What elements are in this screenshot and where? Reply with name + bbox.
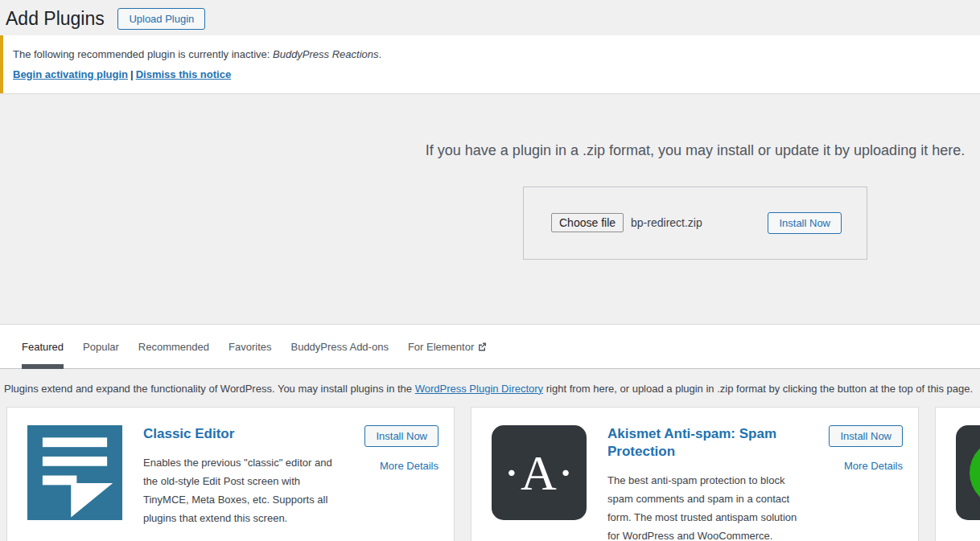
akismet-letter: ·A· [503,448,574,498]
upload-help-text: If you have a plugin in a .zip format, y… [414,142,977,160]
plugin-card-partial [935,407,980,541]
tab-for-elementor[interactable]: For Elementor [408,325,487,370]
install-now-button[interactable]: Install Now [829,425,903,447]
plugin-description: Enables the previous "classic" editor an… [143,453,340,527]
tab-featured[interactable]: Featured [22,325,64,369]
notice-message-period: . [379,48,382,60]
install-now-button[interactable]: Install Now [364,425,439,447]
green-circle-icon [956,425,980,520]
page-header: Add Plugins Upload Plugin [0,0,980,35]
letter-a-icon: ·A· [492,425,587,520]
plugin-description: The best anti-spam protection to block s… [607,471,805,541]
tab-for-elementor-label: For Elementor [408,341,474,353]
file-input-group: Choose file bp-redirect.zip [551,213,702,232]
plugins-intro-text: Plugins extend and expand the functional… [4,383,980,395]
document-icon [27,425,122,520]
more-details-link[interactable]: More Details [844,460,903,472]
tab-recommended[interactable]: Recommended [138,325,209,369]
notice-link-separator: | [130,68,134,80]
tab-popular[interactable]: Popular [83,325,119,369]
dismiss-notice-link[interactable]: Dismiss this notice [136,68,231,80]
external-link-icon [477,342,487,355]
plugin-card-actions: Install Now More Details [348,425,439,541]
upload-plugin-button[interactable]: Upload Plugin [117,8,205,30]
plugin-filter-bar: Featured Popular Recommended Favorites B… [0,324,980,369]
wordpress-plugin-directory-link[interactable]: WordPress Plugin Directory [415,383,543,395]
tab-buddypress-addons[interactable]: BuddyPress Add-ons [290,325,388,369]
plugin-card-akismet: ·A· Akismet Anti-spam: Spam Protection T… [471,407,919,541]
selected-file-name: bp-redirect.zip [631,216,702,229]
plugin-title-link[interactable]: Classic Editor [143,425,340,443]
plugin-title-link[interactable]: Akismet Anti-spam: Spam Protection [607,425,805,461]
plugin-card-body: Classic Editor Enables the previous "cla… [143,425,340,541]
tab-favorites[interactable]: Favorites [229,325,271,369]
notice-message-text: The following recommended plugin is curr… [13,48,273,60]
choose-file-button[interactable]: Choose file [551,213,624,232]
intro-text-after: right from here, or upload a plugin in .… [543,383,973,395]
plugin-card-actions: Install Now More Details [813,425,903,541]
recommended-plugin-notice: The following recommended plugin is curr… [0,35,980,93]
page-title: Add Plugins [6,7,105,31]
filter-tabs: Featured Popular Recommended Favorites B… [0,325,980,370]
intro-text-before: Plugins extend and expand the functional… [4,383,415,395]
upload-plugin-form: Choose file bp-redirect.zip Install Now [523,186,867,260]
plugin-card-body: Akismet Anti-spam: Spam Protection The b… [607,425,805,541]
notice-actions: Begin activating plugin|Dismiss this not… [13,67,970,83]
notice-plugin-name: BuddyPress Reactions [273,48,379,60]
plugin-card-classic-editor: Classic Editor Enables the previous "cla… [6,407,455,541]
begin-activating-plugin-link[interactable]: Begin activating plugin [13,68,128,80]
upload-install-now-button[interactable]: Install Now [768,212,842,234]
notice-message: The following recommended plugin is curr… [13,47,970,63]
more-details-link[interactable]: More Details [380,460,439,472]
plugin-cards-row: Classic Editor Enables the previous "cla… [0,407,980,541]
